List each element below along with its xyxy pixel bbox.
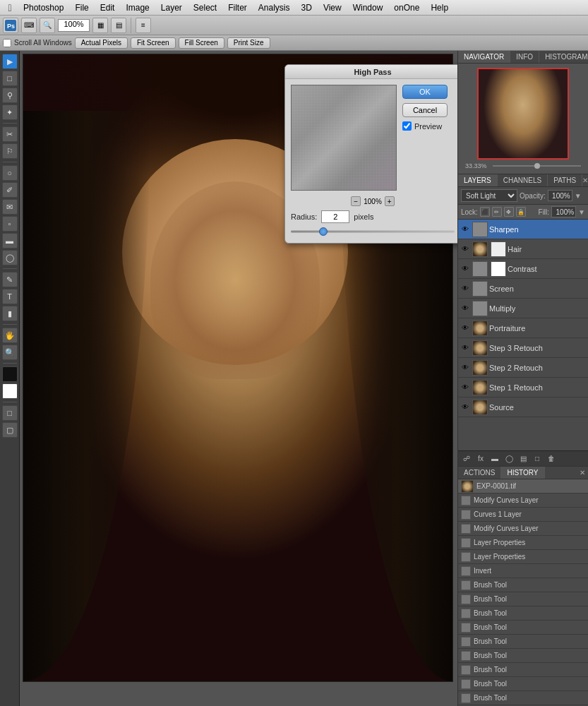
- layers-close[interactable]: ✕: [582, 174, 588, 186]
- layer-row-step3[interactable]: 👁 Step 3 Retouch: [458, 338, 588, 358]
- tab-history[interactable]: HISTORY: [501, 467, 544, 479]
- quick-mask[interactable]: □: [2, 405, 18, 421]
- tab-histogram[interactable]: HISTOGRAM: [539, 51, 588, 63]
- pen-tool[interactable]: ✎: [2, 272, 18, 287]
- history-row-12[interactable]: Brush Tool: [458, 663, 588, 677]
- highpass-ok-button[interactable]: OK: [402, 85, 448, 99]
- tab-actions[interactable]: ACTIONS: [458, 467, 501, 479]
- apple-logo[interactable]: : [3, 1, 17, 15]
- scroll-all-checkbox[interactable]: [3, 39, 11, 47]
- hand-tool-icon[interactable]: ⌨: [21, 18, 37, 33]
- menu-view[interactable]: View: [318, 1, 347, 14]
- menu-filter[interactable]: Filter: [223, 1, 252, 14]
- history-row-2[interactable]: Modify Curves Layer: [458, 522, 588, 536]
- history-row-3[interactable]: Layer Properties: [458, 536, 588, 550]
- layer-eye-step3[interactable]: 👁: [460, 342, 471, 354]
- layer-row-sharpen[interactable]: 👁 Sharpen: [458, 220, 588, 239]
- crop-tool[interactable]: ✂: [2, 126, 18, 142]
- layer-eye-source[interactable]: 👁: [460, 402, 471, 413]
- extras-icon[interactable]: ▤: [111, 18, 126, 33]
- layer-eye-step2[interactable]: 👁: [460, 362, 471, 373]
- menu-edit[interactable]: Edit: [95, 1, 120, 14]
- gradient-tool[interactable]: ▬: [2, 233, 18, 249]
- layer-eye-multiply[interactable]: 👁: [460, 303, 471, 314]
- history-row-11[interactable]: Brush Tool: [458, 649, 588, 663]
- screen-mode[interactable]: ▢: [2, 422, 18, 438]
- blend-mode-select[interactable]: Soft Light: [461, 189, 517, 202]
- tab-info[interactable]: INFO: [510, 51, 539, 63]
- layer-eye-screen[interactable]: 👁: [460, 283, 471, 294]
- delete-layer-icon[interactable]: 🗑: [546, 453, 557, 465]
- layer-row-portraiture[interactable]: 👁 Portraiture: [458, 318, 588, 338]
- eraser-tool[interactable]: ▫: [2, 216, 18, 232]
- highpass-preview-checkbox[interactable]: [402, 121, 412, 131]
- arrange-icon[interactable]: ▦: [92, 18, 108, 33]
- highpass-slider[interactable]: [291, 226, 455, 237]
- foreground-color[interactable]: [2, 366, 18, 382]
- menu-file[interactable]: File: [70, 1, 93, 14]
- new-layer-icon[interactable]: □: [532, 453, 543, 465]
- layer-eye-sharpen[interactable]: 👁: [460, 224, 471, 235]
- highpass-zoom-out[interactable]: −: [351, 196, 361, 206]
- navigator-slider[interactable]: [493, 165, 581, 167]
- history-row-5[interactable]: Invert: [458, 564, 588, 578]
- menu-window[interactable]: Window: [348, 1, 388, 14]
- history-row-1[interactable]: Curves 1 Layer: [458, 508, 588, 522]
- hand-tool[interactable]: 🖐: [2, 328, 18, 343]
- shape-tool[interactable]: ▮: [2, 306, 18, 321]
- layer-row-source[interactable]: 👁 Source: [458, 397, 588, 417]
- link-layers-icon[interactable]: ☍: [461, 453, 472, 465]
- print-size-button[interactable]: Print Size: [227, 37, 270, 49]
- history-row-14[interactable]: Brush Tool: [458, 691, 588, 705]
- fill-screen-button[interactable]: Fill Screen: [179, 37, 224, 49]
- fill-arrow[interactable]: ▼: [578, 208, 585, 216]
- layer-eye-step1[interactable]: 👁: [460, 382, 471, 393]
- add-mask-icon[interactable]: ▬: [489, 453, 500, 465]
- menu-help[interactable]: Help: [426, 1, 453, 14]
- lasso-tool[interactable]: ⚲: [2, 88, 18, 103]
- tab-navigator[interactable]: NAVIGATOR: [458, 51, 510, 63]
- type-tool[interactable]: T: [2, 289, 18, 304]
- tab-channels[interactable]: CHANNELS: [498, 174, 548, 186]
- layer-row-step2[interactable]: 👁 Step 2 Retouch: [458, 358, 588, 378]
- history-row-13[interactable]: Brush Tool: [458, 677, 588, 691]
- spot-heal-tool[interactable]: ○: [2, 165, 18, 181]
- menu-photoshop[interactable]: Photoshop: [18, 1, 68, 14]
- brush-tool[interactable]: ✐: [2, 182, 18, 198]
- history-row-9[interactable]: Brush Tool: [458, 621, 588, 635]
- menu-onone[interactable]: onOne: [389, 1, 424, 14]
- history-close[interactable]: ✕: [577, 467, 588, 479]
- navigator-slider-thumb[interactable]: [534, 163, 540, 169]
- layer-eye-hair[interactable]: 👁: [460, 244, 471, 255]
- menu-image[interactable]: Image: [121, 1, 154, 14]
- layer-row-multiply[interactable]: 👁 Multiply: [458, 299, 588, 318]
- menu-layer[interactable]: Layer: [156, 1, 187, 14]
- history-row-file[interactable]: EXP-0001.tif: [458, 479, 588, 493]
- menu-3d[interactable]: 3D: [296, 1, 317, 14]
- actual-pixels-button[interactable]: Actual Pixels: [75, 37, 128, 49]
- lock-transparent[interactable]: ⬛: [480, 207, 490, 217]
- fit-screen-button[interactable]: Fit Screen: [131, 37, 176, 49]
- layer-row-screen[interactable]: 👁 Screen: [458, 279, 588, 299]
- add-folder-icon[interactable]: ▤: [517, 453, 529, 465]
- history-row-6[interactable]: Brush Tool: [458, 578, 588, 592]
- zoom-input[interactable]: 100%: [58, 19, 90, 32]
- menu-select[interactable]: Select: [188, 1, 222, 14]
- history-row-8[interactable]: Brush Tool: [458, 606, 588, 621]
- history-row-4[interactable]: Layer Properties: [458, 550, 588, 564]
- history-row-7[interactable]: Brush Tool: [458, 592, 588, 606]
- zoom-tool[interactable]: 🔍: [2, 345, 18, 360]
- background-color[interactable]: [2, 383, 18, 399]
- add-style-icon[interactable]: fx: [475, 453, 486, 465]
- opacity-arrow[interactable]: ▼: [575, 192, 582, 200]
- opacity-input[interactable]: [548, 190, 572, 201]
- highpass-zoom-in[interactable]: +: [385, 196, 395, 206]
- tab-layers[interactable]: LAYERS: [458, 174, 498, 186]
- highpass-radius-input[interactable]: [321, 210, 349, 223]
- zoom-tool-icon[interactable]: 🔍: [40, 18, 55, 33]
- layer-eye-contrast[interactable]: 👁: [460, 263, 471, 275]
- move-tool[interactable]: ▶: [2, 54, 18, 69]
- layer-row-contrast[interactable]: 👁 Contrast: [458, 259, 588, 279]
- lock-image[interactable]: ✏: [492, 207, 502, 217]
- menu-analysis[interactable]: Analysis: [253, 1, 295, 14]
